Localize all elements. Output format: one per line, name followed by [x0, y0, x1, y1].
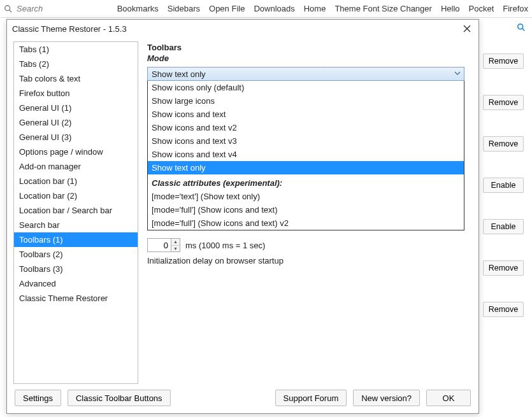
- category-item[interactable]: Search bar: [14, 218, 138, 232]
- mode-option[interactable]: [mode='full'] (Show icons and text): [148, 203, 464, 216]
- ok-button[interactable]: OK: [426, 390, 471, 406]
- addon-action-button[interactable]: Remove: [483, 53, 524, 69]
- mode-option[interactable]: Show icons and text v3: [148, 134, 464, 148]
- delay-spinner[interactable]: ▲ ▼: [147, 238, 180, 252]
- dialog-title: Classic Theme Restorer - 1.5.3: [12, 24, 461, 34]
- addon-action-button[interactable]: Remove: [483, 260, 524, 276]
- addon-action-button[interactable]: Enable: [483, 178, 524, 193]
- options-dialog: Classic Theme Restorer - 1.5.3 Tabs (1)T…: [6, 19, 479, 414]
- bookmark-item[interactable]: Home: [304, 4, 326, 13]
- category-item[interactable]: Tab colors & text: [14, 71, 138, 86]
- bookmark-item[interactable]: Downloads: [254, 4, 294, 13]
- category-item[interactable]: Add-on manager: [14, 159, 138, 174]
- support-forum-button[interactable]: Support Forum: [275, 390, 347, 406]
- category-item[interactable]: Toolbars (1): [14, 232, 138, 247]
- mode-option[interactable]: Show icons and text: [148, 108, 464, 121]
- category-item[interactable]: Options page / window: [14, 145, 138, 159]
- category-item[interactable]: Toolbars (3): [14, 262, 138, 276]
- addon-action-button[interactable]: Remove: [483, 302, 524, 317]
- category-item[interactable]: Location bar (1): [14, 174, 138, 188]
- classic-attributes-header: Classic attributes (experimental):: [148, 174, 464, 190]
- mode-option[interactable]: Show icons only (default): [148, 81, 464, 94]
- delay-suffix: ms (1000 ms = 1 sec): [185, 241, 265, 250]
- bookmark-item[interactable]: Open File: [209, 4, 245, 13]
- mode-option[interactable]: Show icons and text v4: [148, 148, 464, 161]
- bookmark-item[interactable]: Bookmarks: [117, 4, 159, 13]
- svg-point-0: [5, 5, 10, 10]
- browser-top-toolbar: Bookmarks Sidebars Open File Downloads H…: [0, 0, 532, 18]
- new-version-button[interactable]: New version?: [353, 390, 420, 406]
- close-icon[interactable]: [461, 22, 473, 35]
- category-item[interactable]: Toolbars (2): [14, 247, 138, 262]
- dialog-titlebar: Classic Theme Restorer - 1.5.3: [7, 20, 478, 38]
- content-pane: Toolbars Mode Show text only Show icons …: [147, 41, 472, 384]
- settings-button[interactable]: Settings: [15, 390, 61, 406]
- search-input[interactable]: [15, 3, 104, 14]
- bookmark-item[interactable]: Theme Font Size Changer: [334, 4, 431, 13]
- spinner-up-icon[interactable]: ▲: [171, 239, 180, 246]
- category-list[interactable]: Tabs (1)Tabs (2)Tab colors & textFirefox…: [13, 41, 138, 384]
- search-icon: [4, 4, 13, 13]
- bookmark-item[interactable]: Firefox: [503, 4, 528, 13]
- mode-select-value: Show text only: [152, 69, 206, 79]
- svg-line-1: [10, 10, 12, 12]
- mode-label: Mode: [147, 53, 472, 63]
- mode-option[interactable]: Show text only: [148, 161, 464, 174]
- bookmark-item[interactable]: Sidebars: [168, 4, 200, 13]
- mode-option[interactable]: [mode='full'] (Show icons and text) v2: [148, 216, 464, 230]
- svg-line-3: [522, 29, 525, 31]
- section-title: Toolbars: [147, 43, 472, 52]
- category-item[interactable]: Firefox button: [14, 86, 138, 101]
- category-item[interactable]: Classic Theme Restorer: [14, 291, 138, 306]
- delay-description: Initialization delay on browser startup: [147, 256, 472, 265]
- mode-option[interactable]: Show large icons: [148, 94, 464, 108]
- svg-point-2: [518, 24, 523, 29]
- addon-action-button[interactable]: Remove: [483, 136, 524, 152]
- dialog-footer: Settings Classic Toolbar Buttons Support…: [7, 388, 478, 413]
- search-icon[interactable]: [475, 23, 532, 40]
- mode-option[interactable]: Show icons and text v2: [148, 121, 464, 134]
- category-item[interactable]: Tabs (1): [14, 42, 138, 57]
- category-item[interactable]: General UI (1): [14, 101, 138, 115]
- bookmark-item[interactable]: Pocket: [469, 4, 494, 13]
- mode-select[interactable]: Show text only: [147, 67, 464, 81]
- category-item[interactable]: Tabs (2): [14, 57, 138, 71]
- chevron-down-icon: [454, 69, 461, 79]
- category-item[interactable]: Location bar (2): [14, 188, 138, 203]
- category-item[interactable]: Location bar / Search bar: [14, 203, 138, 218]
- spinner-down-icon[interactable]: ▼: [171, 246, 180, 252]
- category-item[interactable]: General UI (2): [14, 115, 138, 130]
- classic-toolbar-buttons-button[interactable]: Classic Toolbar Buttons: [68, 390, 171, 406]
- category-item[interactable]: General UI (3): [14, 130, 138, 145]
- bookmarks-bar: Bookmarks Sidebars Open File Downloads H…: [117, 4, 528, 13]
- addon-action-button[interactable]: Remove: [483, 95, 524, 110]
- delay-input[interactable]: [148, 239, 171, 251]
- bookmark-item[interactable]: Hello: [441, 4, 460, 13]
- addon-actions-panel: Remove Remove Remove Enable Enable Remov…: [475, 18, 532, 330]
- category-item[interactable]: Advanced: [14, 276, 138, 291]
- addon-action-button[interactable]: Enable: [483, 219, 524, 234]
- mode-dropdown[interactable]: Show icons only (default)Show large icon…: [147, 81, 464, 230]
- mode-option[interactable]: [mode='text'] (Show text only): [148, 190, 464, 203]
